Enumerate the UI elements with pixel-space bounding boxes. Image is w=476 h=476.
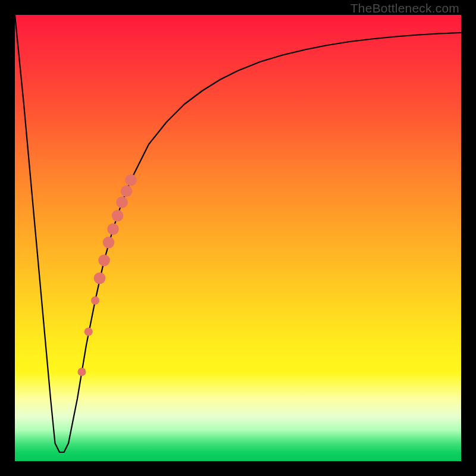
highlight-point [112, 210, 124, 222]
plot-area [15, 15, 461, 461]
highlight-point [84, 328, 93, 336]
highlight-point [116, 196, 128, 208]
highlight-point [103, 237, 115, 249]
highlight-point [121, 185, 133, 197]
chart-frame: TheBottleneck.com [0, 0, 476, 476]
highlight-point [125, 174, 137, 186]
bottleneck-curve [15, 15, 461, 452]
highlight-point [107, 223, 119, 235]
chart-svg [15, 15, 461, 461]
highlight-point [91, 296, 99, 305]
highlight-point [94, 273, 106, 284]
highlight-point [78, 368, 86, 376]
watermark-text: TheBottleneck.com [350, 1, 459, 15]
highlight-point [98, 255, 110, 267]
